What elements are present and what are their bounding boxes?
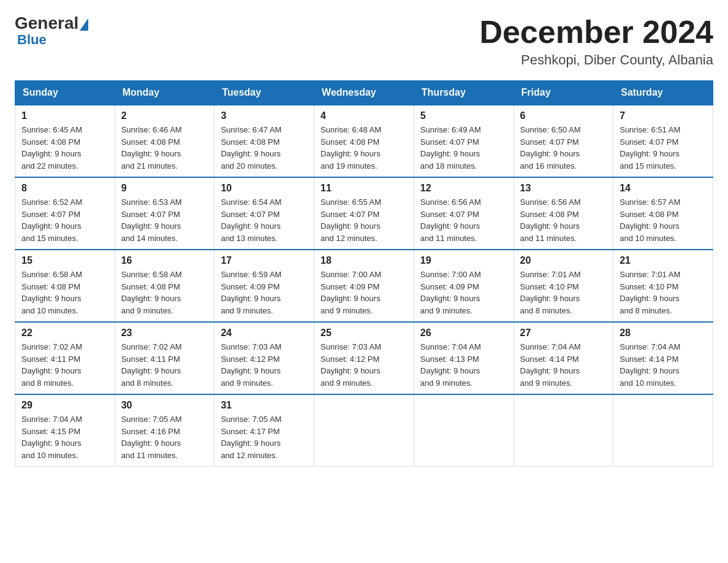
day-info: Sunrise: 7:02 AM Sunset: 4:11 PM Dayligh… [121,342,182,388]
table-row: 19 Sunrise: 7:00 AM Sunset: 4:09 PM Dayl… [414,250,514,322]
table-row: 3 Sunrise: 6:47 AM Sunset: 4:08 PM Dayli… [214,105,314,177]
day-info: Sunrise: 6:55 AM Sunset: 4:07 PM Dayligh… [320,197,381,243]
day-info: Sunrise: 7:03 AM Sunset: 4:12 PM Dayligh… [320,342,381,388]
table-row: 7 Sunrise: 6:51 AM Sunset: 4:07 PM Dayli… [613,105,713,177]
day-number: 16 [121,255,208,266]
table-row: 6 Sunrise: 6:50 AM Sunset: 4:07 PM Dayli… [514,105,613,177]
day-number: 2 [121,110,208,121]
calendar-week-row: 22 Sunrise: 7:02 AM Sunset: 4:11 PM Dayl… [15,322,713,394]
table-row: 23 Sunrise: 7:02 AM Sunset: 4:11 PM Dayl… [115,322,214,394]
table-row: 5 Sunrise: 6:49 AM Sunset: 4:07 PM Dayli… [414,105,514,177]
day-info: Sunrise: 7:02 AM Sunset: 4:11 PM Dayligh… [21,342,82,388]
day-info: Sunrise: 7:05 AM Sunset: 4:17 PM Dayligh… [221,415,281,460]
table-row: 30 Sunrise: 7:05 AM Sunset: 4:16 PM Dayl… [115,394,214,467]
col-tuesday: Tuesday [214,81,314,105]
day-number: 19 [420,255,507,266]
day-number: 24 [221,327,308,339]
day-number: 6 [520,110,607,121]
day-number: 4 [320,110,408,121]
day-info: Sunrise: 7:04 AM Sunset: 4:15 PM Dayligh… [21,415,82,460]
col-sunday: Sunday [15,81,115,105]
day-info: Sunrise: 6:54 AM Sunset: 4:07 PM Dayligh… [221,197,281,243]
day-info: Sunrise: 6:52 AM Sunset: 4:07 PM Dayligh… [21,197,82,243]
table-row: 9 Sunrise: 6:53 AM Sunset: 4:07 PM Dayli… [115,177,214,250]
day-info: Sunrise: 7:04 AM Sunset: 4:14 PM Dayligh… [520,342,581,388]
col-wednesday: Wednesday [314,81,414,105]
day-info: Sunrise: 6:56 AM Sunset: 4:08 PM Dayligh… [520,197,581,243]
col-thursday: Thursday [414,81,514,105]
col-monday: Monday [115,81,214,105]
day-number: 27 [520,327,607,339]
logo: General Blue [15,15,88,48]
table-row [514,394,613,467]
table-row: 25 Sunrise: 7:03 AM Sunset: 4:12 PM Dayl… [314,322,414,394]
table-row: 18 Sunrise: 7:00 AM Sunset: 4:09 PM Dayl… [314,250,414,322]
day-info: Sunrise: 6:47 AM Sunset: 4:08 PM Dayligh… [221,125,281,170]
table-row: 4 Sunrise: 6:48 AM Sunset: 4:08 PM Dayli… [314,105,414,177]
day-number: 14 [620,183,707,194]
table-row: 14 Sunrise: 6:57 AM Sunset: 4:08 PM Dayl… [613,177,713,250]
table-row: 20 Sunrise: 7:01 AM Sunset: 4:10 PM Dayl… [514,250,613,322]
day-info: Sunrise: 6:48 AM Sunset: 4:08 PM Dayligh… [320,125,381,170]
table-row: 31 Sunrise: 7:05 AM Sunset: 4:17 PM Dayl… [214,394,314,467]
table-row: 26 Sunrise: 7:04 AM Sunset: 4:13 PM Dayl… [414,322,514,394]
day-info: Sunrise: 6:45 AM Sunset: 4:08 PM Dayligh… [21,125,82,170]
day-info: Sunrise: 7:00 AM Sunset: 4:09 PM Dayligh… [420,270,481,315]
page-header: General Blue December 2024 Peshkopi, Dib… [15,15,713,68]
day-number: 18 [320,255,408,266]
day-info: Sunrise: 6:59 AM Sunset: 4:09 PM Dayligh… [221,270,281,315]
table-row: 2 Sunrise: 6:46 AM Sunset: 4:08 PM Dayli… [115,105,214,177]
day-info: Sunrise: 7:04 AM Sunset: 4:13 PM Dayligh… [420,342,481,388]
table-row [414,394,514,467]
title-area: December 2024 Peshkopi, Diber County, Al… [479,15,713,68]
day-number: 7 [620,110,707,121]
table-row [314,394,414,467]
table-row: 17 Sunrise: 6:59 AM Sunset: 4:09 PM Dayl… [214,250,314,322]
table-row: 16 Sunrise: 6:58 AM Sunset: 4:08 PM Dayl… [115,250,214,322]
table-row: 12 Sunrise: 6:56 AM Sunset: 4:07 PM Dayl… [414,177,514,250]
table-row [613,394,713,467]
day-number: 15 [21,255,108,266]
table-row: 21 Sunrise: 7:01 AM Sunset: 4:10 PM Dayl… [613,250,713,322]
day-number: 13 [520,183,607,194]
table-row: 22 Sunrise: 7:02 AM Sunset: 4:11 PM Dayl… [15,322,115,394]
table-row: 29 Sunrise: 7:04 AM Sunset: 4:15 PM Dayl… [15,394,115,467]
day-info: Sunrise: 6:50 AM Sunset: 4:07 PM Dayligh… [520,125,581,170]
day-info: Sunrise: 6:53 AM Sunset: 4:07 PM Dayligh… [121,197,182,243]
calendar-week-row: 1 Sunrise: 6:45 AM Sunset: 4:08 PM Dayli… [15,105,713,177]
day-number: 22 [21,327,108,339]
logo-triangle-icon [80,18,88,31]
table-row: 28 Sunrise: 7:04 AM Sunset: 4:14 PM Dayl… [613,322,713,394]
day-number: 9 [121,183,208,194]
table-row: 15 Sunrise: 6:58 AM Sunset: 4:08 PM Dayl… [15,250,115,322]
col-friday: Friday [514,81,613,105]
day-number: 20 [520,255,607,266]
day-info: Sunrise: 6:51 AM Sunset: 4:07 PM Dayligh… [620,125,680,170]
day-info: Sunrise: 6:58 AM Sunset: 4:08 PM Dayligh… [21,270,82,315]
logo-general-text: General [15,13,78,33]
day-info: Sunrise: 7:04 AM Sunset: 4:14 PM Dayligh… [620,342,680,388]
day-number: 26 [420,327,507,339]
day-number: 5 [420,110,507,121]
day-number: 25 [320,327,408,339]
calendar-week-row: 29 Sunrise: 7:04 AM Sunset: 4:15 PM Dayl… [15,394,713,467]
table-row: 24 Sunrise: 7:03 AM Sunset: 4:12 PM Dayl… [214,322,314,394]
table-row: 27 Sunrise: 7:04 AM Sunset: 4:14 PM Dayl… [514,322,613,394]
day-number: 31 [221,400,308,411]
table-row: 13 Sunrise: 6:56 AM Sunset: 4:08 PM Dayl… [514,177,613,250]
table-row: 11 Sunrise: 6:55 AM Sunset: 4:07 PM Dayl… [314,177,414,250]
day-info: Sunrise: 7:03 AM Sunset: 4:12 PM Dayligh… [221,342,281,388]
day-number: 29 [21,400,108,411]
table-row: 10 Sunrise: 6:54 AM Sunset: 4:07 PM Dayl… [214,177,314,250]
day-number: 23 [121,327,208,339]
day-number: 21 [620,255,707,266]
day-number: 8 [21,183,108,194]
day-info: Sunrise: 6:56 AM Sunset: 4:07 PM Dayligh… [420,197,481,243]
day-number: 28 [620,327,707,339]
logo-blue-text: Blue [17,32,47,48]
day-number: 1 [21,110,108,121]
col-saturday: Saturday [613,81,713,105]
day-number: 17 [221,255,308,266]
day-info: Sunrise: 7:01 AM Sunset: 4:10 PM Dayligh… [520,270,581,315]
day-info: Sunrise: 7:00 AM Sunset: 4:09 PM Dayligh… [320,270,381,315]
